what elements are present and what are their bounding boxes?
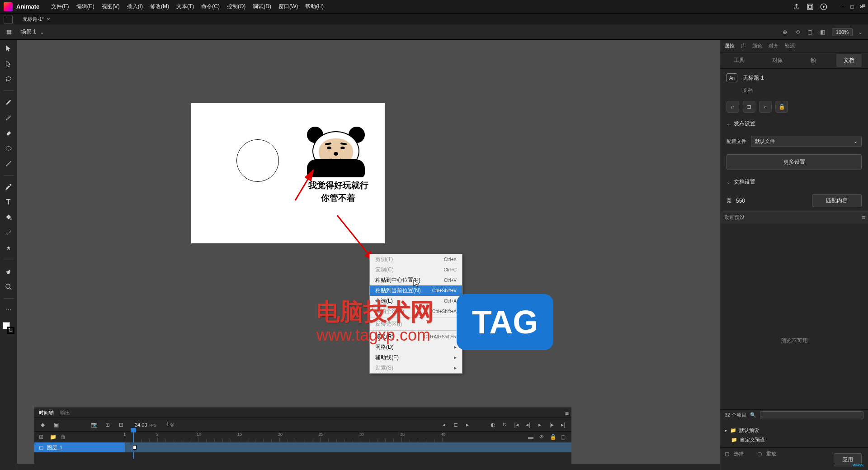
match-content-button[interactable]: 匹配内容 (812, 194, 862, 207)
search-icon[interactable]: 🔍 (750, 412, 756, 418)
panel-tab-align[interactable]: 对齐 (769, 43, 778, 49)
output-tab[interactable]: 输出 (60, 409, 70, 416)
clip-icon[interactable]: ▢ (807, 28, 814, 36)
timeline-ruler[interactable]: 1510152025303540 (125, 432, 571, 442)
panel-menu-icon[interactable]: ≡ (862, 214, 865, 221)
preset-folder-default[interactable]: ▸📁默认预设 (725, 426, 863, 435)
play-icon[interactable]: ▸ (536, 421, 543, 428)
lasso-tool-icon[interactable] (3, 73, 14, 85)
rotate-icon[interactable]: ⟲ (794, 28, 801, 36)
subtab-frame[interactable]: 帧 (803, 54, 823, 67)
oval-tool-icon[interactable] (3, 142, 14, 154)
options-tool-icon[interactable]: ⋯ (3, 304, 14, 316)
fit-icon[interactable]: ◧ (819, 28, 826, 36)
current-frame[interactable]: 1 帧 (166, 422, 175, 428)
step-back-icon[interactable]: ⊏ (452, 421, 459, 428)
eyedropper-tool-icon[interactable] (3, 181, 14, 193)
section-publish[interactable]: ⌄发布设置 (720, 115, 868, 132)
preset-search-input[interactable] (760, 411, 863, 419)
hand-tool-icon[interactable] (3, 266, 14, 277)
keyframe-icon[interactable]: ◆ (39, 421, 46, 428)
subselection-tool-icon[interactable] (3, 58, 14, 70)
scene-dropdown-icon[interactable]: ⌄ (40, 29, 44, 35)
menu-window[interactable]: 窗口(W) (275, 3, 302, 10)
next-frame-icon[interactable]: |▸ (548, 421, 555, 428)
scene-icon[interactable] (5, 28, 13, 36)
subtab-tool[interactable]: 工具 (726, 54, 752, 67)
mode-lock-icon[interactable]: 🔒 (775, 101, 788, 113)
pencil-tool-icon[interactable] (3, 112, 14, 123)
menu-view[interactable]: 视图(V) (98, 3, 123, 10)
layer-name[interactable]: 图层_1 (47, 444, 62, 451)
menu-command[interactable]: 命令(C) (198, 3, 223, 10)
prev-frame-icon[interactable]: ◂| (524, 421, 532, 428)
document-tab[interactable]: 无标题-1* ✕ (20, 14, 53, 24)
pin-tool-icon[interactable] (3, 242, 14, 254)
onion-outline-icon[interactable]: ◐ (489, 421, 496, 428)
menu-control[interactable]: 控制(O) (223, 3, 249, 10)
menu-debug[interactable]: 调试(D) (249, 3, 275, 10)
step-fwd-icon[interactable]: ▸ (464, 421, 471, 428)
panel-tab-color[interactable]: 颜色 (752, 43, 762, 49)
line-tool-icon[interactable] (3, 158, 14, 170)
keyframe-icon[interactable] (133, 445, 137, 450)
menu-modify[interactable]: 修改(M) (146, 3, 173, 10)
menu-file[interactable]: 文件(F) (47, 3, 72, 10)
panel-tab-library[interactable]: 库 (741, 43, 746, 49)
menu-help[interactable]: 帮助(H) (302, 3, 327, 10)
ctx-copy[interactable]: 复制(C)Ctrl+C (370, 265, 462, 275)
ctx-cut[interactable]: 剪切(T)Ctrl+X (370, 254, 462, 265)
ctx-snap[interactable]: 贴紧(S)▸ (370, 363, 462, 373)
timeline-tab[interactable]: 时间轴 (39, 409, 54, 416)
mode-advanced-icon[interactable]: ⊐ (743, 101, 755, 113)
mode-basic-icon[interactable]: ∩ (726, 101, 739, 113)
stage-canvas[interactable]: 我觉得好玩就行 你管不着 (191, 103, 385, 243)
brush-tool-icon[interactable] (3, 96, 14, 108)
onion-skin-icon[interactable]: ▣ (52, 421, 60, 428)
layer-parent-icon[interactable]: ⊡ (118, 421, 125, 428)
stage-panda-image[interactable] (304, 126, 368, 176)
center-stage-icon[interactable]: ⊕ (781, 28, 788, 36)
menu-insert[interactable]: 插入(I) (123, 3, 146, 10)
layer-depth-icon[interactable]: ⊞ (104, 421, 111, 428)
panel-menu-icon[interactable]: ≡ (862, 2, 865, 9)
share-icon[interactable] (793, 3, 800, 10)
tab-close-icon[interactable]: ✕ (47, 17, 50, 22)
width-value[interactable]: 550 (736, 198, 745, 204)
go-last-icon[interactable]: ▸| (560, 421, 567, 428)
workspace-icon[interactable] (807, 3, 814, 10)
add-layer-icon[interactable]: ⊞ (39, 434, 45, 440)
ctx-guides[interactable]: 辅助线(E)▸ (370, 352, 462, 363)
add-folder-icon[interactable]: 📁 (50, 434, 56, 440)
scene-label[interactable]: 场景 1 (21, 28, 36, 36)
eraser-tool-icon[interactable] (3, 127, 14, 139)
panel-tab-assets[interactable]: 资源 (785, 43, 795, 49)
zoom-tool-icon[interactable] (3, 281, 14, 293)
menu-edit[interactable]: 编辑(E) (73, 3, 98, 10)
panel-tab-properties[interactable]: 属性 (725, 43, 735, 49)
layer-row[interactable]: ▢ 图层_1 (34, 442, 571, 452)
paint-bucket-tool-icon[interactable] (3, 212, 14, 223)
zoom-dropdown-icon[interactable]: ⌄ (858, 29, 863, 35)
stage-circle-shape[interactable] (236, 139, 279, 182)
selection-tool-icon[interactable] (3, 43, 14, 54)
play-icon[interactable] (820, 3, 827, 10)
subtab-document[interactable]: 文档 (836, 54, 862, 67)
subtab-object[interactable]: 对象 (765, 54, 790, 67)
menu-text[interactable]: 文本(T) (173, 3, 198, 10)
zoom-input[interactable]: 100% (832, 28, 853, 36)
camera-icon[interactable]: 📷 (90, 421, 98, 428)
go-first-icon[interactable]: |◂ (513, 421, 520, 428)
fill-stroke-icon[interactable] (3, 322, 14, 334)
panel-menu-icon[interactable]: ≡ (565, 410, 569, 417)
section-document[interactable]: ⌄文档设置 (720, 174, 868, 190)
bone-tool-icon[interactable] (3, 227, 14, 239)
preset-folder-custom[interactable]: 📁自定义预设 (725, 435, 863, 445)
delete-layer-icon[interactable]: 🗑 (61, 434, 67, 440)
text-tool-icon[interactable]: T (3, 196, 14, 208)
stage-caption[interactable]: 我觉得好玩就行 你管不着 (300, 179, 377, 204)
loop-icon[interactable]: ↻ (501, 421, 508, 428)
maximize-icon[interactable]: □ (849, 4, 855, 10)
prev-kf-icon[interactable]: ◂ (440, 421, 448, 428)
more-settings-button[interactable]: 更多设置 (726, 154, 862, 170)
